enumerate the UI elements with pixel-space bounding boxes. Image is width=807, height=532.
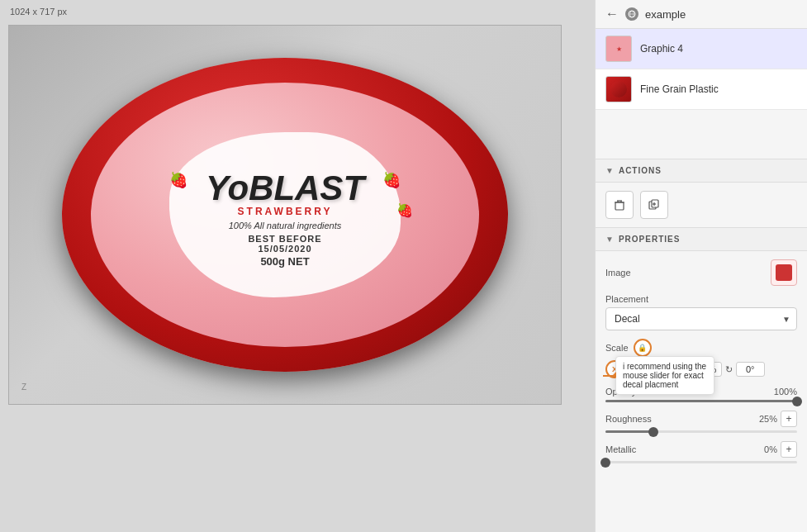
- layer-thumbnail-graphic4: ★: [605, 36, 632, 62]
- product-image: 🍓 🍓 🍓 YoBLAST STRAWBERRY 100% All natura…: [9, 26, 561, 404]
- spacer: [596, 110, 807, 159]
- opacity-slider-thumb[interactable]: [792, 397, 802, 406]
- rotate-input[interactable]: [736, 362, 765, 377]
- best-before: BEST BEFORE 15/05/2020: [145, 234, 425, 254]
- svg-rect-3: [615, 202, 624, 210]
- panel-header: ← example: [596, 0, 807, 29]
- metallic-slider-track[interactable]: [605, 461, 797, 463]
- opacity-slider-track[interactable]: [605, 400, 797, 402]
- roughness-row: Roughness 25% +: [605, 411, 797, 433]
- image-label: Image: [605, 268, 631, 278]
- placement-select[interactable]: Decal Wrap Flat Spherical: [605, 307, 797, 330]
- opacity-value: 100%: [772, 387, 797, 397]
- roughness-slider-track[interactable]: [605, 430, 797, 433]
- back-button[interactable]: ←: [605, 7, 619, 21]
- properties-title: Properties: [619, 235, 680, 244]
- duplicate-button[interactable]: [640, 191, 668, 219]
- image-thumbnail: [776, 264, 792, 281]
- lock-icon[interactable]: 🔒: [634, 339, 652, 357]
- opacity-slider-fill: [605, 400, 797, 402]
- actions-chevron: ▼: [605, 166, 614, 175]
- brand-flavor: STRAWBERRY: [145, 206, 425, 217]
- tooltip-callout: i recommend using the mouse slider for e…: [615, 356, 714, 395]
- actions-section-header: ▼ Actions: [596, 159, 807, 183]
- delete-button[interactable]: [605, 191, 634, 219]
- metallic-plus-button[interactable]: +: [781, 441, 797, 458]
- canvas-size-label: 1024 x 717 px: [10, 7, 67, 17]
- layer-name-plastic: Fine Grain Plastic: [640, 83, 719, 95]
- placement-row: Placement Decal Wrap Flat Spherical ▼: [605, 294, 797, 330]
- actions-row: [596, 183, 807, 228]
- project-name: example: [645, 8, 686, 21]
- globe-icon: [625, 7, 638, 21]
- layer-item-graphic4[interactable]: ★ Graphic 4: [596, 29, 807, 69]
- image-value-box[interactable]: [771, 259, 797, 286]
- canvas-area: 1024 x 717 px 🍓 🍓: [0, 0, 595, 532]
- splash-label-area: YoBLAST STRAWBERRY 100% All natural ingr…: [145, 171, 425, 268]
- brand-tagline: 100% All natural ingredients: [145, 221, 425, 230]
- metallic-header: Metallic 0% +: [605, 441, 797, 458]
- canvas-wrapper: 🍓 🍓 🍓 YoBLAST STRAWBERRY 100% All natura…: [8, 25, 562, 405]
- metallic-slider-thumb[interactable]: [601, 458, 610, 468]
- roughness-header: Roughness 25% +: [605, 411, 797, 427]
- scale-label: Scale: [605, 343, 629, 353]
- roughness-slider-fill: [605, 430, 653, 433]
- properties-section-header: ▼ Properties: [596, 228, 807, 251]
- tooltip-arrow: [603, 375, 616, 377]
- label-content: 🍓 🍓 🍓 YoBLAST STRAWBERRY 100% All natura…: [145, 163, 425, 268]
- placement-label: Placement: [605, 294, 797, 304]
- axis-z: Z: [21, 382, 26, 392]
- container-visual: 🍓 🍓 🍓 YoBLAST STRAWBERRY 100% All natura…: [54, 33, 516, 397]
- actions-title: Actions: [619, 166, 662, 175]
- metallic-label: Metallic: [605, 444, 636, 454]
- roughness-label: Roughness: [605, 414, 652, 424]
- container-inner: 🍓 🍓 🍓 YoBLAST STRAWBERRY 100% All natura…: [91, 83, 479, 347]
- right-panel: ← example ★ Graphic 4: [595, 0, 807, 532]
- metallic-value: 0%: [752, 444, 777, 454]
- placement-select-wrapper: Decal Wrap Flat Spherical ▼: [605, 307, 797, 330]
- metallic-row: Metallic 0% +: [605, 441, 797, 463]
- image-row: Image: [605, 259, 797, 286]
- net-weight: 500g NET: [145, 255, 425, 268]
- layer-thumbnail-plastic: [605, 76, 632, 102]
- layer-item-plastic[interactable]: Fine Grain Plastic: [596, 69, 807, 110]
- rotate-icon: ↻: [725, 364, 733, 375]
- layer-name-graphic4: Graphic 4: [640, 43, 683, 55]
- properties-chevron: ▼: [605, 235, 614, 244]
- roughness-plus-button[interactable]: +: [781, 411, 797, 427]
- roughness-slider-thumb[interactable]: [648, 427, 658, 437]
- roughness-value: 25%: [752, 414, 777, 424]
- brand-name: YoBLAST: [145, 171, 425, 206]
- tooltip-text: i recommend using the mouse slider for e…: [623, 362, 706, 389]
